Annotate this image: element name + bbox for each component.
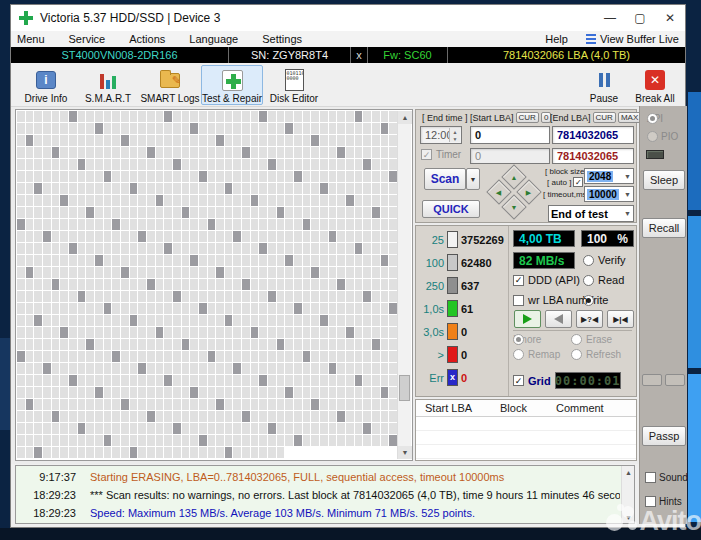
sound-checkbox[interactable] — [645, 472, 656, 483]
verify-radio[interactable] — [583, 255, 594, 266]
block-cell — [303, 291, 311, 302]
ignore-radio[interactable] — [513, 334, 524, 345]
scroll-down-icon[interactable]: ▼ — [398, 446, 412, 459]
menu-item-language[interactable]: Language — [189, 33, 238, 45]
mini-button-left[interactable] — [642, 374, 662, 386]
timeout-select[interactable]: 10000 ▼ — [584, 186, 634, 202]
wr-lba-checkbox[interactable] — [513, 295, 524, 306]
smart-button[interactable]: S.M.A.R.T — [77, 65, 139, 105]
start-lba-input[interactable]: 0 — [470, 126, 550, 144]
view-buffer-live[interactable]: View Buffer Live — [586, 33, 679, 45]
block-cell — [268, 375, 276, 386]
block-map[interactable] — [17, 111, 397, 459]
api-radio[interactable] — [647, 113, 658, 124]
end-lba-max-button[interactable]: MAX — [618, 112, 641, 123]
menu-item-settings[interactable]: Settings — [262, 33, 302, 45]
api-option[interactable]: API — [647, 113, 663, 124]
counter-label: 3,0s — [418, 326, 444, 338]
block-cell — [60, 447, 68, 458]
erase-radio[interactable] — [571, 334, 582, 345]
block-map-scrollbar[interactable]: ▲ ▼ — [397, 111, 411, 459]
block-cell — [216, 291, 224, 302]
block-cell — [337, 123, 345, 134]
break-all-button[interactable]: ✕ Break All — [629, 65, 681, 105]
action-ignore[interactable]: Ignore — [513, 334, 571, 345]
back-button[interactable] — [545, 310, 572, 328]
block-cell — [363, 111, 371, 122]
block-cell — [95, 435, 103, 446]
auto-checkbox[interactable]: ✓ — [573, 177, 583, 187]
sound-option[interactable]: Sound — [645, 472, 688, 483]
passp-button[interactable]: Passp — [642, 426, 686, 446]
smart-logs-button[interactable]: SMART Logs — [139, 65, 201, 105]
col-start-lba[interactable]: Start LBA — [416, 402, 500, 414]
info-icon: i — [36, 71, 56, 89]
read-radio[interactable] — [583, 275, 594, 286]
block-cell — [225, 135, 233, 146]
scan-button[interactable]: Scan — [424, 168, 466, 190]
scroll-up-icon[interactable]: ▲ — [398, 111, 412, 124]
mini-button-right[interactable] — [665, 374, 685, 386]
block-cell — [199, 411, 207, 422]
action-remap[interactable]: Remap — [513, 349, 571, 360]
block-cell — [346, 327, 354, 338]
refresh-radio[interactable] — [571, 349, 582, 360]
block-cell — [26, 351, 34, 362]
block-cell — [268, 159, 276, 170]
action-refresh[interactable]: Refresh — [571, 349, 632, 360]
butterfly-button[interactable]: ▶|◀ — [607, 310, 634, 328]
spinner-arrows-icon[interactable]: ▲▼ — [449, 128, 460, 142]
pause-button[interactable]: Pause — [579, 65, 629, 105]
timer-checkbox[interactable]: ✓ — [421, 149, 432, 160]
block-cell — [17, 147, 25, 158]
block-cell — [182, 303, 190, 314]
grid-checkbox[interactable]: ✓ — [513, 375, 524, 386]
scan-dropdown-icon[interactable]: ▼ — [466, 168, 480, 190]
seek-test-button[interactable]: ▶?◀ — [576, 310, 603, 328]
block-cell — [242, 135, 250, 146]
recall-button[interactable]: Recall — [642, 218, 686, 238]
block-cell — [268, 387, 276, 398]
menu-item-actions[interactable]: Actions — [129, 33, 165, 45]
block-cell — [216, 423, 224, 434]
close-button[interactable]: ✕ — [655, 5, 685, 31]
scroll-thumb[interactable] — [399, 375, 410, 401]
menu-item-service[interactable]: Service — [69, 33, 106, 45]
block-cell — [60, 423, 68, 434]
block-cell — [355, 387, 363, 398]
ddd-checkbox[interactable]: ✓ — [513, 275, 524, 286]
menu-item-menu[interactable]: Menu — [17, 33, 45, 45]
block-cell — [173, 339, 181, 350]
test-repair-button[interactable]: Test & Repair — [201, 65, 263, 105]
ddd-api-option[interactable]: ✓DDD (API) — [513, 274, 580, 286]
pio-radio[interactable] — [647, 131, 658, 142]
drive-info-button[interactable]: i Drive Info — [15, 65, 77, 105]
drive-close-x[interactable]: x — [351, 47, 368, 63]
start-button[interactable] — [514, 310, 541, 328]
end-lba-input[interactable]: 7814032065 — [552, 126, 634, 144]
pio-option[interactable]: PIO — [647, 131, 678, 142]
remap-radio[interactable] — [513, 349, 524, 360]
disk-editor-button[interactable]: 01011011001110 0000 Disk Editor — [263, 65, 325, 105]
sleep-button[interactable]: Sleep — [643, 170, 685, 190]
action-erase[interactable]: Erase — [571, 334, 632, 345]
col-comment[interactable]: Comment — [556, 402, 636, 414]
wr-lba-option[interactable]: wr LBA num — [513, 294, 587, 306]
end-action-select[interactable]: End of test ▼ — [548, 205, 634, 222]
minimize-button[interactable]: — — [595, 5, 625, 31]
start-lba-cur-button[interactable]: CUR — [516, 112, 539, 123]
end-lba-cur-button[interactable]: CUR — [593, 112, 616, 123]
quick-button[interactable]: QUICK — [422, 200, 480, 218]
block-cell — [355, 303, 363, 314]
block-cell — [147, 159, 155, 170]
mode-verify[interactable]: Verify — [583, 254, 626, 266]
col-block[interactable]: Block — [500, 402, 556, 414]
block-cell — [303, 327, 311, 338]
end-time-spinner[interactable]: 12:00 ▲▼ — [420, 126, 462, 144]
maximize-button[interactable]: ▢ — [625, 5, 655, 31]
block-size-select[interactable]: 2048 ▼ — [584, 168, 634, 184]
block-cell — [34, 171, 42, 182]
scroll-up-icon[interactable]: ▲ — [622, 466, 635, 478]
mode-read[interactable]: Read — [583, 274, 624, 286]
menu-item-help[interactable]: Help — [545, 33, 568, 45]
